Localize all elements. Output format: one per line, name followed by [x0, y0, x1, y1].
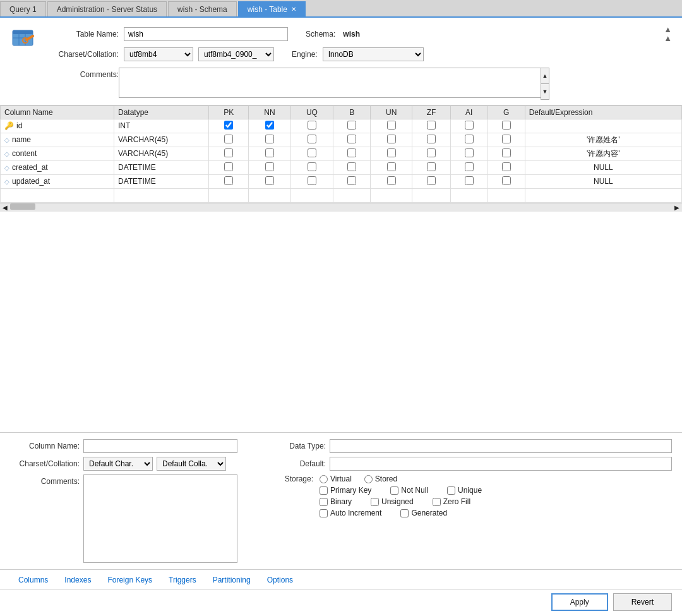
- zero-fill-checkbox[interactable]: [433, 498, 441, 506]
- col-un-checkbox[interactable]: [387, 176, 396, 185]
- collation-select[interactable]: utf8mb4_0900_: [198, 47, 274, 61]
- col-uq-cell[interactable]: [290, 133, 333, 147]
- binary-checkbox-item[interactable]: Binary: [320, 497, 352, 506]
- col-pk-checkbox[interactable]: [224, 176, 233, 185]
- col-b-cell[interactable]: [333, 147, 371, 160]
- col-uq-cell[interactable]: [290, 160, 333, 174]
- horizontal-scrollbar[interactable]: ◀ ▶: [0, 203, 682, 212]
- col-ai-checkbox[interactable]: [465, 148, 474, 157]
- table-row[interactable]: [1, 188, 682, 202]
- col-uq-cell[interactable]: [290, 188, 333, 202]
- scrollbar-down[interactable]: ▼: [541, 84, 549, 99]
- default-input[interactable]: [330, 457, 672, 471]
- col-zf-cell[interactable]: [412, 119, 450, 133]
- col-zf-cell[interactable]: [412, 160, 450, 174]
- data-type-input[interactable]: [330, 439, 672, 453]
- virtual-radio-item[interactable]: Virtual: [320, 474, 352, 483]
- col-zf-cell[interactable]: [412, 188, 450, 202]
- col-nn-cell[interactable]: [249, 188, 290, 202]
- primary-key-checkbox-item[interactable]: Primary Key: [320, 486, 371, 495]
- col-nn-checkbox[interactable]: [265, 162, 274, 171]
- col-ai-checkbox[interactable]: [465, 176, 474, 185]
- auto-increment-checkbox-item[interactable]: Auto Increment: [320, 509, 381, 517]
- table-row[interactable]: ◇created_atDATETIMENULL: [1, 160, 682, 174]
- col-nn-cell[interactable]: [249, 160, 290, 174]
- col-nn-cell[interactable]: [249, 147, 290, 160]
- col-zf-checkbox[interactable]: [427, 176, 436, 185]
- col-ai-cell[interactable]: [450, 133, 488, 147]
- col-b-checkbox[interactable]: [347, 148, 356, 157]
- col-b-checkbox[interactable]: [347, 135, 356, 143]
- col-g-cell[interactable]: [488, 188, 525, 202]
- col-ai-cell[interactable]: [450, 188, 488, 202]
- col-ai-checkbox[interactable]: [465, 135, 474, 143]
- col-uq-cell[interactable]: [290, 174, 333, 188]
- col-pk-checkbox[interactable]: [224, 121, 233, 130]
- col-zf-cell[interactable]: [412, 147, 450, 160]
- generated-checkbox[interactable]: [400, 509, 409, 517]
- unique-checkbox[interactable]: [447, 486, 455, 495]
- tab-admin[interactable]: Administration - Server Status: [47, 1, 167, 16]
- tab-close-icon[interactable]: ✕: [291, 6, 296, 13]
- unique-checkbox-item[interactable]: Unique: [447, 486, 482, 495]
- col-zf-cell[interactable]: [412, 133, 450, 147]
- col-b-cell[interactable]: [333, 119, 371, 133]
- scrollbar-up[interactable]: ▲: [541, 68, 549, 84]
- col-pk-cell[interactable]: [209, 160, 249, 174]
- generated-checkbox-item[interactable]: Generated: [400, 509, 447, 517]
- col-uq-cell[interactable]: [290, 119, 333, 133]
- col-un-checkbox[interactable]: [387, 135, 396, 143]
- auto-increment-checkbox[interactable]: [320, 509, 328, 517]
- col-b-checkbox[interactable]: [347, 121, 356, 130]
- col-b-cell[interactable]: [333, 133, 371, 147]
- col-b-checkbox[interactable]: [347, 176, 356, 185]
- col-pk-checkbox[interactable]: [224, 162, 233, 171]
- col-un-cell[interactable]: [371, 133, 412, 147]
- col-b-cell[interactable]: [333, 188, 371, 202]
- col-un-cell[interactable]: [371, 188, 412, 202]
- table-row[interactable]: ◇updated_atDATETIMENULL: [1, 174, 682, 188]
- unsigned-checkbox-item[interactable]: Unsigned: [371, 497, 414, 506]
- tab-table[interactable]: wish - Table ✕: [238, 1, 306, 16]
- table-name-input[interactable]: [124, 27, 288, 41]
- stored-radio-item[interactable]: Stored: [364, 474, 397, 483]
- col-uq-checkbox[interactable]: [308, 148, 316, 157]
- col-un-checkbox[interactable]: [387, 162, 396, 171]
- col-uq-checkbox[interactable]: [308, 176, 316, 185]
- col-nn-checkbox[interactable]: [265, 176, 274, 185]
- col-un-cell[interactable]: [371, 119, 412, 133]
- table-row[interactable]: ◇nameVARCHAR(45)'许愿姓名': [1, 133, 682, 147]
- col-pk-checkbox[interactable]: [224, 135, 233, 143]
- not-null-checkbox[interactable]: [390, 486, 398, 495]
- tab-triggers[interactable]: Triggers: [160, 574, 205, 586]
- virtual-radio[interactable]: [320, 475, 328, 483]
- col-name-field-input[interactable]: [83, 439, 237, 453]
- tab-partitioning[interactable]: Partitioning: [205, 574, 259, 586]
- binary-checkbox[interactable]: [320, 498, 328, 506]
- col-ai-checkbox[interactable]: [465, 162, 474, 171]
- col-comments-textarea[interactable]: [83, 474, 237, 563]
- col-g-cell[interactable]: [488, 147, 525, 160]
- col-ai-checkbox[interactable]: [465, 121, 474, 130]
- col-collation-select[interactable]: Default Colla.: [157, 457, 226, 471]
- col-nn-cell[interactable]: [249, 174, 290, 188]
- comments-textarea[interactable]: [119, 68, 548, 98]
- col-uq-checkbox[interactable]: [308, 121, 316, 130]
- col-charset-select[interactable]: Default Char.: [83, 457, 153, 471]
- col-g-cell[interactable]: [488, 174, 525, 188]
- col-ai-cell[interactable]: [450, 174, 488, 188]
- col-ai-cell[interactable]: [450, 160, 488, 174]
- col-nn-checkbox[interactable]: [265, 121, 274, 130]
- col-nn-cell[interactable]: [249, 119, 290, 133]
- zero-fill-checkbox-item[interactable]: Zero Fill: [433, 497, 470, 506]
- col-zf-checkbox[interactable]: [427, 121, 436, 130]
- col-b-cell[interactable]: [333, 174, 371, 188]
- scroll-right-icon[interactable]: ▶: [672, 204, 682, 211]
- col-ai-cell[interactable]: [450, 147, 488, 160]
- col-zf-checkbox[interactable]: [427, 148, 436, 157]
- not-null-checkbox-item[interactable]: Not Null: [390, 486, 428, 495]
- tab-foreign-keys[interactable]: Foreign Keys: [99, 574, 160, 586]
- engine-select[interactable]: InnoDB MyISAM: [323, 47, 424, 61]
- primary-key-checkbox[interactable]: [320, 486, 328, 495]
- col-uq-cell[interactable]: [290, 147, 333, 160]
